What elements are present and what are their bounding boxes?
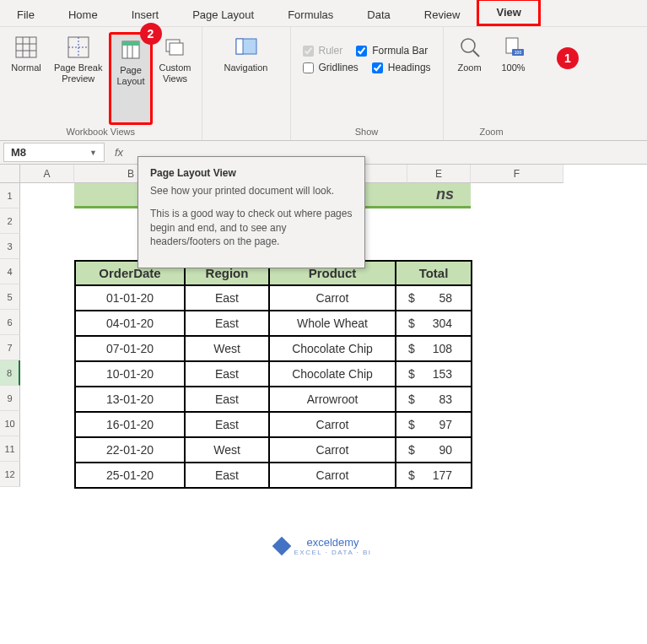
- svg-line-17: [473, 51, 479, 57]
- cell-total[interactable]: $97: [396, 412, 472, 437]
- row-header[interactable]: 12: [0, 462, 20, 487]
- cell-total[interactable]: $90: [396, 437, 472, 463]
- cell-region[interactable]: East: [185, 311, 269, 336]
- zoom-button[interactable]: Zoom: [449, 32, 491, 125]
- row-header[interactable]: 11: [0, 436, 20, 462]
- tab-view[interactable]: View: [477, 0, 540, 26]
- cell-total[interactable]: $58: [396, 285, 472, 311]
- cell-date[interactable]: 25-01-20: [75, 463, 185, 488]
- cell-region[interactable]: East: [185, 412, 269, 437]
- cell-date[interactable]: 01-01-20: [75, 285, 185, 311]
- svg-text:100: 100: [514, 50, 521, 55]
- tab-home[interactable]: Home: [51, 3, 115, 26]
- cell-date[interactable]: 22-01-20: [75, 437, 185, 463]
- cell-date[interactable]: 13-01-20: [75, 387, 185, 412]
- table-row[interactable]: 04-01-20EastWhole Wheat$304: [75, 311, 472, 336]
- select-all-corner[interactable]: [0, 165, 20, 183]
- tab-formulas[interactable]: Formulas: [271, 3, 350, 26]
- cell-region[interactable]: East: [185, 285, 269, 311]
- group-zoom: Zoom 100 100% Zoom: [444, 27, 540, 140]
- ruler-checkbox: Ruler: [296, 42, 350, 59]
- formula-bar-checkbox[interactable]: Formula Bar: [349, 42, 434, 59]
- svg-rect-13: [170, 43, 183, 55]
- cell-product[interactable]: Carrot: [269, 412, 396, 437]
- watermark-icon: [272, 537, 292, 556]
- row-header[interactable]: 7: [0, 335, 20, 360]
- col-header[interactable]: E: [407, 165, 471, 183]
- row-header[interactable]: 8: [0, 360, 20, 386]
- normal-view-button[interactable]: Normal: [5, 32, 47, 125]
- table-row[interactable]: 10-01-20EastChocolate Chip$153: [75, 361, 472, 387]
- cell-product[interactable]: Carrot: [269, 463, 396, 488]
- table-row[interactable]: 13-01-20EastArrowroot$83: [75, 387, 472, 412]
- cell-total[interactable]: $177: [396, 463, 472, 488]
- tab-pagelayout[interactable]: Page Layout: [175, 3, 271, 26]
- cell-date[interactable]: 16-01-20: [75, 412, 185, 437]
- custom-views-button[interactable]: Custom Views: [154, 32, 197, 125]
- data-table: OrderDate Region Product Total 01-01-20E…: [74, 260, 472, 489]
- cell-total[interactable]: $108: [396, 336, 472, 361]
- cell-product[interactable]: Carrot: [269, 285, 396, 311]
- cell-product[interactable]: Chocolate Chip: [269, 361, 396, 387]
- tooltip-text-2: This is a good way to check out where pa…: [150, 207, 353, 249]
- tab-data[interactable]: Data: [350, 3, 407, 26]
- cell-product[interactable]: Carrot: [269, 437, 396, 463]
- cell-date[interactable]: 10-01-20: [75, 361, 185, 387]
- cell-region[interactable]: West: [185, 336, 269, 361]
- table-row[interactable]: 07-01-20WestChocolate Chip$108: [75, 336, 472, 361]
- row-header[interactable]: 9: [0, 386, 20, 411]
- zoom-100-button[interactable]: 100 100%: [493, 32, 535, 125]
- fx-button[interactable]: fx: [108, 146, 130, 159]
- row-header[interactable]: 1: [0, 183, 20, 208]
- row-header[interactable]: 4: [0, 259, 20, 284]
- name-box[interactable]: M8 ▼: [3, 143, 105, 162]
- cell-region[interactable]: East: [185, 387, 269, 412]
- cell-date[interactable]: 07-01-20: [75, 336, 185, 361]
- gridlines-checkbox[interactable]: Gridlines: [296, 59, 365, 76]
- cell-total[interactable]: $83: [396, 387, 472, 412]
- zoom-label: Zoom: [458, 62, 482, 73]
- row-header[interactable]: 10: [0, 411, 20, 436]
- cell-region[interactable]: West: [185, 437, 269, 463]
- tab-file[interactable]: File: [0, 3, 51, 26]
- namebox-dropdown-icon[interactable]: ▼: [89, 149, 97, 157]
- tooltip-title: Page Layout View: [150, 167, 353, 179]
- row-header[interactable]: 2: [0, 208, 20, 234]
- headings-checkbox[interactable]: Headings: [365, 59, 438, 76]
- page-layout-button[interactable]: 2 Page Layout: [109, 32, 152, 125]
- tab-review[interactable]: Review: [407, 3, 477, 26]
- table-row[interactable]: 25-01-20EastCarrot$177: [75, 463, 472, 488]
- table-row[interactable]: 16-01-20EastCarrot$97: [75, 412, 472, 437]
- badge-1: 1: [557, 47, 579, 69]
- cell-product[interactable]: Whole Wheat: [269, 311, 396, 336]
- row-header[interactable]: 5: [0, 284, 20, 310]
- normal-view-icon: [14, 35, 38, 59]
- col-total[interactable]: Total: [396, 261, 472, 285]
- cell-region[interactable]: East: [185, 463, 269, 488]
- tab-insert[interactable]: Insert: [115, 3, 176, 26]
- cell-product[interactable]: Arrowroot: [269, 387, 396, 412]
- watermark: exceldemy EXCEL · DATA · BI: [0, 536, 647, 556]
- col-header[interactable]: A: [20, 165, 74, 183]
- row-header[interactable]: 6: [0, 310, 20, 335]
- navigation-label: Navigation: [224, 62, 268, 73]
- cell-total[interactable]: $153: [396, 361, 472, 387]
- table-row[interactable]: 01-01-20EastCarrot$58: [75, 285, 472, 311]
- cell-region[interactable]: East: [185, 361, 269, 387]
- page-layout-label: Page Layout: [116, 65, 144, 87]
- svg-rect-0: [16, 37, 36, 57]
- page-break-label: Page Break Preview: [54, 62, 102, 84]
- row-header[interactable]: 3: [0, 234, 20, 259]
- custom-views-icon: [164, 35, 187, 59]
- badge-2: 2: [140, 23, 162, 45]
- navigation-button[interactable]: Navigation: [219, 32, 273, 135]
- table-row[interactable]: 22-01-20WestCarrot$90: [75, 437, 472, 463]
- page-break-icon: [67, 35, 90, 59]
- cell-product[interactable]: Chocolate Chip: [269, 336, 396, 361]
- cell-total[interactable]: $304: [396, 311, 472, 336]
- col-header[interactable]: F: [471, 165, 563, 183]
- custom-views-label: Custom Views: [159, 62, 191, 84]
- page-break-preview-button[interactable]: Page Break Preview: [49, 32, 107, 125]
- cell-date[interactable]: 04-01-20: [75, 311, 185, 336]
- tooltip-text-1: See how your printed document will look.: [150, 184, 353, 198]
